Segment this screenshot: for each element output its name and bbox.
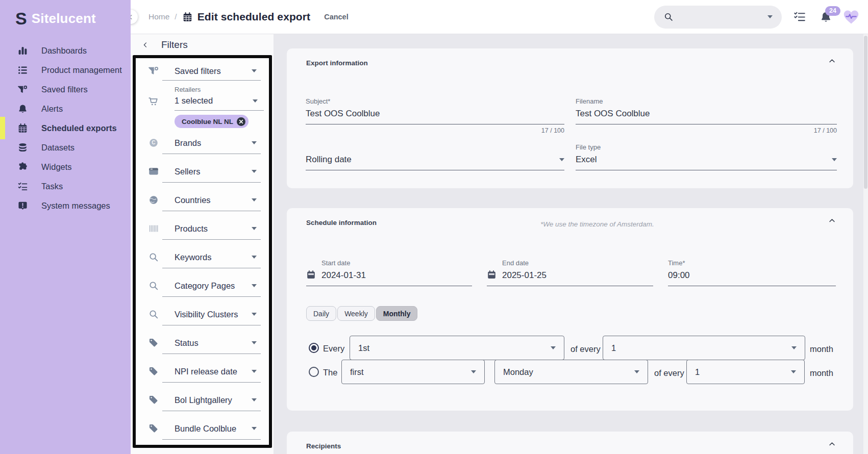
filter-row-status[interactable]: Status [136, 329, 269, 357]
frequency-monthly-button[interactable]: Monthly [376, 306, 418, 321]
start-date-label: Start date [321, 259, 472, 267]
day-of-month-select[interactable]: 1st [350, 336, 564, 360]
sidebar-item-label: Datasets [41, 143, 75, 153]
divider [175, 110, 264, 111]
weekday-select[interactable]: Monday [494, 360, 648, 384]
sidebar-item-tasks[interactable]: Tasks [0, 176, 131, 196]
search-bar[interactable] [654, 6, 782, 29]
rolling-date-select[interactable]: Rolling date [306, 155, 564, 170]
export-information-card: Export information Subject* 17 / 100 Fil… [287, 48, 853, 188]
time-picker[interactable]: Time* 09:00 [668, 259, 836, 286]
checklist-icon [793, 10, 806, 23]
filter-row-keywords[interactable]: Keywords [136, 243, 269, 271]
filter-row-visibility-clusters[interactable]: Visibility Clusters [136, 300, 269, 329]
filename-field-group: Filename 17 / 100 [576, 97, 837, 134]
filter-row-sellers[interactable]: Sellers [136, 157, 269, 186]
sidebar-item-alerts[interactable]: Alerts [0, 99, 131, 118]
ordinal-select[interactable]: first [341, 360, 485, 384]
chevron-down-icon [252, 170, 257, 173]
search-input[interactable] [678, 13, 763, 21]
end-date-value: 2025-01-25 [502, 270, 653, 281]
filter-row-label: Sellers [175, 167, 200, 176]
scrollbar-thumb[interactable] [864, 36, 867, 189]
subject-field-group: Subject* 17 / 100 [306, 97, 564, 134]
sidebar-item-datasets[interactable]: Datasets [0, 138, 131, 157]
filter-row-label: NPI release date [175, 367, 237, 376]
rolling-date-field-group: Rolling date [306, 155, 564, 170]
search-icon [148, 251, 160, 263]
breadcrumb-home-link[interactable]: Home [148, 12, 169, 21]
sidebar-item-label: Alerts [41, 104, 63, 114]
subject-input[interactable] [306, 109, 564, 124]
tasks-queue-button[interactable] [793, 10, 806, 23]
brand-logo[interactable]: S Sitelucent [0, 0, 131, 34]
collapse-recipients-button[interactable] [828, 440, 836, 449]
sidebar-item-label: Scheduled exports [41, 123, 117, 133]
filter-row-products[interactable]: Products [136, 214, 269, 243]
sidebar-item-label: Saved filters [41, 85, 88, 94]
sidebar-item-scheduled-exports[interactable]: Scheduled exports [0, 118, 131, 138]
filter-row-countries[interactable]: Countries [136, 186, 269, 214]
health-status-button[interactable] [841, 8, 861, 26]
filename-input[interactable] [576, 109, 837, 124]
every-day-rule-radio[interactable] [309, 343, 319, 353]
divider [162, 239, 261, 240]
of-every-label: of every [571, 344, 601, 354]
sidebar-item-dashboards[interactable]: Dashboards [0, 41, 131, 60]
filter-row-bol-lightgallery[interactable]: Bol Lightgallery [136, 386, 269, 414]
sidebar-item-label: Tasks [41, 182, 63, 191]
retailers-field: Retailers 1 selected Coolblue NL NL [175, 84, 269, 128]
filter-row-label: Visibility Clusters [175, 310, 238, 319]
close-icon[interactable] [237, 117, 245, 126]
cancel-button[interactable]: Cancel [324, 13, 349, 21]
every-label: Every [323, 344, 344, 354]
file-type-select[interactable]: Excel [576, 155, 837, 170]
retailers-select[interactable]: 1 selected [175, 96, 269, 106]
filter-row-label: Bundle Coolblue [175, 424, 236, 434]
chevron-down-icon [252, 141, 257, 144]
export-info-row-2: Rolling date File type Excel [306, 143, 837, 170]
weekday-rule-radio[interactable] [309, 367, 319, 377]
chevron-down-icon [791, 346, 797, 349]
frequency-weekly-button[interactable]: Weekly [337, 306, 375, 321]
filter-chip-label: Coolblue NL NL [182, 118, 233, 125]
end-date-picker[interactable]: End date 2025-01-25 [487, 259, 653, 286]
filter-row-saved-filters[interactable]: Saved filters [136, 58, 269, 84]
scrollbar-track[interactable] [863, 34, 868, 454]
sidebar-item-saved-filters[interactable]: Saved filters [0, 80, 131, 99]
timezone-note: *We use the timezone of Amsterdam. [540, 220, 654, 228]
chevron-up-icon [828, 57, 836, 65]
schedule-dates-row: Start date 2024-01-31 End date 2025-01-2… [306, 259, 836, 286]
filter-row-npi-release-date[interactable]: NPI release date [136, 357, 269, 386]
divider [162, 268, 261, 268]
card-title: Export information [306, 59, 368, 67]
start-date-picker[interactable]: Start date 2024-01-31 [306, 259, 472, 286]
chevron-down-icon [832, 158, 837, 161]
collapse-schedule-information-button[interactable] [828, 217, 836, 226]
calendar-icon [306, 270, 316, 280]
weekday-month-interval-select[interactable]: 1 [686, 360, 805, 384]
frequency-daily-button[interactable]: Daily [306, 306, 336, 321]
filter-chip-coolblue[interactable]: Coolblue NL NL [175, 115, 249, 128]
sidebar-item-widgets[interactable]: Widgets [0, 157, 131, 176]
filters-panel: Filters Saved filters Retailers 1 select [131, 34, 274, 454]
chevron-down-icon[interactable] [767, 15, 773, 18]
chevron-down-icon [252, 284, 257, 287]
notifications-button[interactable]: 24 [820, 11, 832, 23]
barcode-icon [148, 223, 160, 234]
filter-retailers[interactable]: Retailers 1 selected Coolblue NL NL [136, 84, 269, 129]
brand-logo-icon: S [15, 10, 27, 27]
collapse-export-information-button[interactable] [828, 57, 836, 66]
filter-row-category-pages[interactable]: Category Pages [136, 271, 269, 300]
filter-row-bundle-coolblue[interactable]: Bundle Coolblue [136, 414, 269, 443]
sidebar-item-product-management[interactable]: Product management [0, 60, 131, 80]
chevron-down-icon [252, 198, 257, 201]
card-title: Recipients [306, 442, 341, 450]
sidebar-item-system-messages[interactable]: System messages [0, 196, 131, 215]
filter-badge-icon [148, 65, 160, 77]
frequency-toggle-group: Daily Weekly Monthly [306, 306, 417, 321]
page-title: Edit scheduled export [197, 11, 310, 23]
filter-row-brands[interactable]: C Brands [136, 129, 269, 157]
filters-collapse-button[interactable] [142, 41, 149, 48]
month-interval-select[interactable]: 1 [603, 336, 805, 360]
